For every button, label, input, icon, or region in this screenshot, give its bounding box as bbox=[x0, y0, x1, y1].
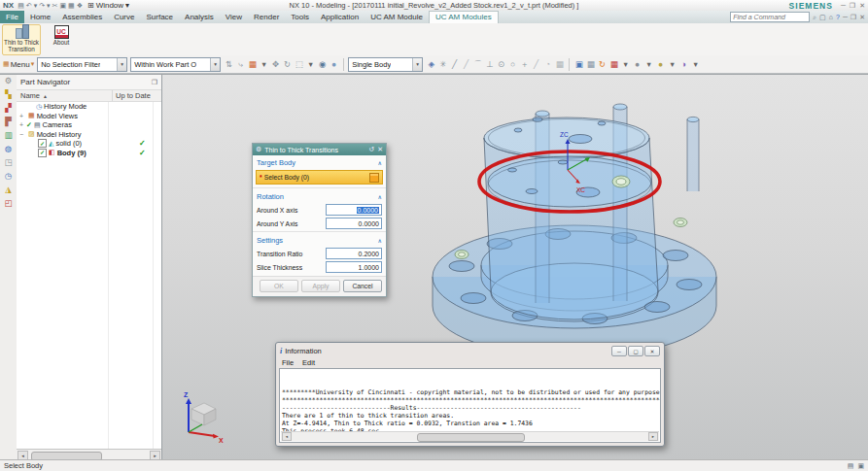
tree-row[interactable]: + ▦ Model Views bbox=[17, 112, 161, 121]
part-navigator-icon[interactable]: ▛ bbox=[5, 118, 12, 126]
ribbon-tab[interactable]: Assemblies bbox=[56, 11, 108, 23]
ribbon-tab[interactable]: UC AM Module bbox=[365, 11, 429, 23]
scrollbar-thumb[interactable] bbox=[417, 433, 526, 442]
snap-quadrant-icon[interactable]: ○ bbox=[507, 57, 518, 71]
cad-model-upper-cylinder[interactable] bbox=[484, 118, 658, 320]
snap-arc-center-icon[interactable]: ⊙ bbox=[496, 57, 506, 71]
redo-icon[interactable]: ↷ bbox=[39, 1, 45, 10]
snap-intersection-icon[interactable]: ⊥ bbox=[484, 57, 495, 71]
grid-dropdown-icon[interactable]: ▾ bbox=[620, 57, 631, 71]
sphere-view-icon[interactable]: ● bbox=[329, 57, 339, 71]
shaded-view-icon[interactable]: ◉ bbox=[317, 57, 328, 71]
save-icon[interactable]: ▤ bbox=[17, 1, 24, 10]
show-hide-icon[interactable]: ⇅ bbox=[224, 57, 234, 71]
collapse-chevron-icon[interactable]: ∧ bbox=[378, 237, 382, 244]
dialog-close-icon[interactable]: ✕ bbox=[377, 146, 383, 153]
web-browser-icon[interactable]: ◍ bbox=[5, 145, 12, 153]
rectangle-select-icon[interactable]: ⬚ bbox=[294, 57, 304, 71]
cancel-button[interactable]: Cancel bbox=[343, 280, 382, 292]
transition-ratio-input[interactable]: 0.2000 bbox=[326, 248, 382, 259]
doc-restore-icon[interactable]: ❐ bbox=[851, 14, 856, 21]
minimize-icon[interactable]: ─ bbox=[841, 2, 846, 10]
home-icon[interactable]: ⌂ bbox=[829, 14, 833, 21]
ribbon-tab[interactable]: Home bbox=[24, 11, 56, 23]
snap-control-point-icon[interactable]: ⌒ bbox=[472, 57, 483, 71]
file-menu[interactable]: File bbox=[282, 358, 294, 367]
snap-point-icon[interactable]: ◈ bbox=[426, 57, 436, 71]
snap-endpoint-icon[interactable]: ╱ bbox=[449, 57, 460, 71]
information-text-area[interactable]: *********University of Cincinnati - copy… bbox=[279, 368, 661, 443]
effects-dropdown-icon[interactable]: ▾ bbox=[690, 57, 701, 71]
settings-section-header[interactable]: Settings ∧ bbox=[253, 233, 386, 247]
visualization-icon[interactable]: ◰ bbox=[4, 199, 12, 208]
ribbon-tab[interactable]: View bbox=[220, 11, 248, 23]
doc-minimize-icon[interactable]: ─ bbox=[843, 14, 848, 21]
around-x-input[interactable]: 0.0000 bbox=[326, 204, 382, 216]
edit-menu[interactable]: Edit bbox=[302, 358, 315, 367]
render-dropdown-icon[interactable]: ▾ bbox=[643, 57, 654, 71]
dialog-title-bar[interactable]: ⚙ Thin to Thick Transitions ↺ ✕ bbox=[253, 144, 386, 155]
collapse-chevron-icon[interactable]: ∧ bbox=[378, 159, 382, 166]
tree-row[interactable]: − ▨ Model History bbox=[17, 130, 161, 140]
selection-scope-dropdown[interactable]: Within Work Part O ▾ bbox=[130, 57, 221, 72]
scrollbar-track[interactable] bbox=[293, 433, 647, 440]
constraint-navigator-icon[interactable]: ▞ bbox=[5, 104, 12, 113]
tree-row[interactable]: ✓ ◭ solid (0) ✓ bbox=[17, 139, 161, 149]
up-to-date-column-header[interactable]: Up to Date bbox=[113, 90, 161, 101]
visibility-checkbox[interactable]: ✓ bbox=[38, 149, 47, 157]
reuse-library-icon[interactable]: ▥ bbox=[4, 131, 12, 140]
selection-filter-dropdown[interactable]: No Selection Filter ▾ bbox=[37, 57, 127, 72]
highlight-dropdown-icon[interactable]: ▾ bbox=[259, 57, 269, 71]
pan-icon[interactable]: ✥ bbox=[270, 57, 281, 71]
snap-enable-icon[interactable]: ✳ bbox=[437, 57, 448, 71]
scrollbar-track[interactable] bbox=[29, 452, 149, 459]
select-dropdown-icon[interactable]: ▾ bbox=[305, 57, 316, 71]
ribbon-tab[interactable]: Render bbox=[248, 11, 285, 23]
layout-icon[interactable]: ▦ bbox=[585, 57, 596, 71]
process-studio-icon[interactable]: ◷ bbox=[5, 172, 12, 181]
ribbon-tab[interactable]: Analysis bbox=[179, 11, 220, 23]
undo-icon[interactable]: ↶ bbox=[26, 1, 32, 10]
snap-existing-point-icon[interactable]: ＋ bbox=[519, 57, 530, 71]
collapse-chevron-icon[interactable]: ∧ bbox=[378, 193, 382, 200]
expand-toggle-icon[interactable]: + bbox=[18, 121, 24, 128]
apply-button[interactable]: Apply bbox=[301, 280, 340, 292]
menu-button[interactable]: ▦ Menu ▾ bbox=[3, 60, 34, 69]
maximize-view-icon[interactable]: ▢ bbox=[819, 14, 826, 21]
around-y-input[interactable]: 0.0000 bbox=[326, 218, 382, 229]
ribbon-tab[interactable]: Tools bbox=[285, 11, 315, 23]
tree-row[interactable]: ◷ History Mode bbox=[17, 102, 161, 112]
ribbon-tab[interactable]: Surface bbox=[140, 11, 179, 23]
thin-to-thick-transition-button[interactable]: Thin to Thick Transition bbox=[2, 24, 41, 55]
highlight-related-icon[interactable]: ▦ bbox=[247, 57, 258, 71]
restore-icon[interactable]: ❐ bbox=[850, 2, 855, 10]
body-filter-dropdown[interactable]: Single Body ▾ bbox=[348, 57, 423, 72]
snap-point-on-curve-icon[interactable]: ╱ bbox=[531, 57, 541, 71]
rotate-view-icon[interactable]: ↻ bbox=[282, 57, 293, 71]
scroll-right-arrow-icon[interactable]: ▸ bbox=[648, 432, 658, 441]
information-title-bar[interactable]: i Information ─▢✕ bbox=[276, 343, 664, 357]
scroll-left-arrow-icon[interactable]: ◂ bbox=[17, 451, 28, 460]
ribbon-tab[interactable]: UC AM Modules bbox=[429, 11, 499, 23]
float-panel-icon[interactable]: ❐ bbox=[152, 79, 157, 86]
undo-dropdown-icon[interactable]: ▾ bbox=[34, 1, 38, 10]
background-icon[interactable]: ● bbox=[655, 57, 666, 71]
clipboard-status-icon[interactable]: ▤ bbox=[848, 462, 854, 470]
render-style-icon[interactable]: ● bbox=[632, 57, 642, 71]
find-command-input[interactable] bbox=[730, 12, 810, 22]
manufacturing-wizard-icon[interactable]: ◮ bbox=[5, 185, 12, 194]
copy-icon[interactable]: ▣ bbox=[59, 1, 66, 10]
assembly-navigator-icon[interactable]: ▚ bbox=[5, 90, 12, 99]
search-icon[interactable]: ⌕ bbox=[813, 14, 816, 21]
slice-thickness-input[interactable]: 1.0000 bbox=[326, 261, 382, 273]
visibility-checkbox[interactable]: ✓ bbox=[38, 139, 47, 148]
ribbon-tab[interactable]: Application bbox=[315, 11, 365, 23]
ribbon-tab[interactable]: File bbox=[0, 11, 24, 23]
info-maximize-icon[interactable]: ▢ bbox=[628, 346, 643, 356]
move-object-icon[interactable]: ⤷ bbox=[235, 57, 246, 71]
grid-icon[interactable]: ▦ bbox=[608, 57, 619, 71]
snap-midpoint-icon[interactable]: ╱ bbox=[461, 57, 471, 71]
snap-point-on-surface-icon[interactable]: ◔ bbox=[542, 57, 553, 71]
window-display-icon[interactable]: ▣ bbox=[573, 57, 584, 71]
rotation-section-header[interactable]: Rotation ∧ bbox=[253, 189, 386, 203]
